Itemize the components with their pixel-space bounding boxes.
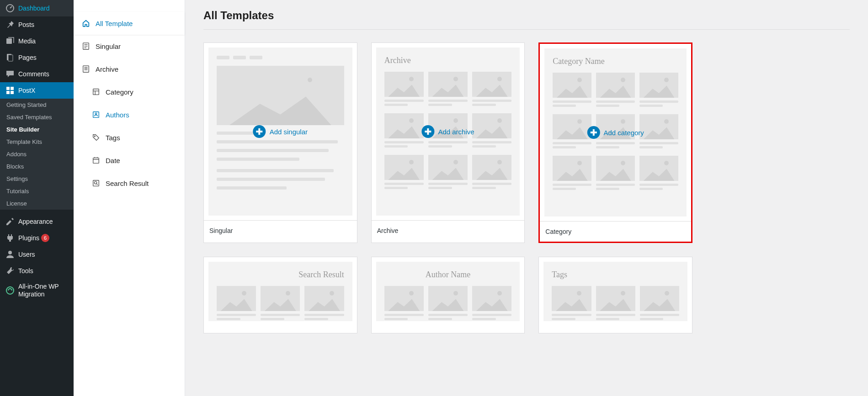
submenu-license[interactable]: License: [0, 197, 74, 210]
submenu-blocks[interactable]: Blocks: [0, 160, 74, 173]
sidebar-item-label: All Template: [96, 20, 133, 27]
media-icon: [5, 37, 15, 46]
submenu-addons[interactable]: Addons: [0, 148, 74, 160]
menu-label: Dashboard: [18, 5, 50, 12]
template-label: Archive: [372, 220, 525, 241]
migration-icon: [5, 286, 15, 295]
add-label: Add archive: [438, 128, 474, 136]
submenu-getting-started[interactable]: Getting Started: [0, 99, 74, 111]
template-preview: Add singular: [208, 48, 352, 216]
svg-rect-1: [6, 38, 12, 44]
add-label: Add category: [603, 129, 644, 137]
submenu-tutorials[interactable]: Tutorials: [0, 185, 74, 197]
sidebar-item-archive[interactable]: Archive: [74, 58, 185, 80]
menu-label: Appearance: [18, 218, 53, 225]
template-card-tags: Tags: [538, 257, 692, 333]
sidebar-item-category[interactable]: Category: [74, 80, 185, 103]
menu-label: Pages: [18, 54, 37, 61]
pages-icon: [5, 53, 15, 62]
menu-plugins[interactable]: Plugins 6: [0, 230, 74, 246]
plus-circle-icon: [587, 126, 600, 139]
sidebar-item-label: Search Result: [106, 180, 149, 187]
sidebar-item-label: Tags: [106, 134, 120, 142]
add-singular-button[interactable]: Add singular: [253, 125, 308, 138]
menu-appearance[interactable]: Appearance: [0, 213, 74, 230]
menu-comments[interactable]: Comments: [0, 66, 74, 82]
svg-point-8: [8, 251, 12, 254]
preview-header: Search Result: [217, 270, 344, 280]
sidebar-item-singular[interactable]: Singular: [74, 35, 185, 58]
svg-rect-3: [8, 55, 13, 61]
dashboard-icon: [5, 4, 15, 13]
pin-icon: [5, 20, 15, 29]
sidebar-item-tags[interactable]: Tags: [74, 126, 185, 149]
templates-grid: Add singular Singular Archive: [203, 42, 692, 333]
home-icon: [82, 19, 90, 27]
sidebar-item-authors[interactable]: Authors: [74, 103, 185, 126]
template-preview: Tags: [543, 262, 687, 321]
template-card-search-result: Search Result: [203, 257, 357, 333]
preview-header: Tags: [552, 270, 679, 280]
template-preview: Author Name: [376, 262, 520, 321]
template-card-singular: Add singular Singular: [203, 42, 357, 243]
menu-label: Posts: [18, 21, 34, 28]
menu-label: Media: [18, 37, 36, 45]
menu-label: PostX: [18, 87, 35, 94]
sidebar-item-date[interactable]: Date: [74, 149, 185, 172]
submenu-saved-templates[interactable]: Saved Templates: [0, 111, 74, 123]
template-preview: Archive Add archive: [376, 48, 520, 216]
builder-sidebar: All Template Singular Archive Category A…: [74, 0, 185, 396]
sidebar-item-search-result[interactable]: Search Result: [74, 172, 185, 195]
date-icon: [92, 156, 100, 164]
submenu-site-builder[interactable]: Site Builder: [0, 123, 74, 136]
wp-admin-sidebar: Dashboard Posts Media Pages Comments Pos…: [0, 0, 74, 396]
appearance-icon: [5, 217, 15, 226]
svg-rect-4: [6, 87, 10, 90]
menu-postx[interactable]: PostX: [0, 82, 74, 99]
plugins-badge: 6: [41, 234, 49, 242]
svg-rect-28: [93, 180, 99, 186]
sidebar-item-label: Date: [106, 157, 120, 164]
tags-icon: [92, 133, 100, 142]
menu-posts[interactable]: Posts: [0, 16, 74, 33]
svg-rect-14: [83, 66, 89, 72]
authors-icon: [92, 111, 100, 119]
menu-label: Users: [18, 251, 35, 258]
sidebar-item-label: Authors: [106, 111, 129, 119]
tools-icon: [5, 266, 15, 275]
template-label: Category: [540, 221, 691, 242]
main-content: All Templates Add singular Singular: [185, 0, 868, 396]
menu-dashboard[interactable]: Dashboard: [0, 0, 74, 16]
svg-rect-5: [11, 87, 14, 90]
submenu-settings[interactable]: Settings: [0, 173, 74, 185]
menu-media[interactable]: Media: [0, 33, 74, 49]
submenu-template-kits[interactable]: Template Kits: [0, 136, 74, 148]
template-preview: Search Result: [208, 262, 352, 321]
category-icon: [92, 88, 100, 96]
template-card-category: Category Name Add category Cate: [538, 42, 692, 243]
sidebar-item-label: Category: [106, 88, 133, 96]
menu-tools[interactable]: Tools: [0, 263, 74, 279]
document-icon: [82, 42, 90, 50]
template-card-archive: Archive Add archive Archive: [371, 42, 525, 243]
add-label: Add singular: [270, 128, 308, 136]
preview-header: Author Name: [384, 270, 512, 280]
postx-submenu: Getting Started Saved Templates Site Bui…: [0, 99, 74, 210]
add-category-button[interactable]: Add category: [587, 126, 644, 139]
template-card-author: Author Name: [371, 257, 525, 333]
comments-icon: [5, 69, 15, 79]
postx-icon: [5, 86, 15, 95]
sidebar-item-all-template[interactable]: All Template: [74, 12, 185, 35]
archive-icon: [82, 65, 90, 73]
svg-rect-18: [93, 89, 99, 95]
search-result-icon: [92, 179, 100, 187]
menu-users[interactable]: Users: [0, 246, 74, 263]
menu-label: Comments: [18, 70, 49, 78]
menu-label: Plugins: [18, 234, 39, 242]
menu-pages[interactable]: Pages: [0, 49, 74, 66]
users-icon: [5, 250, 15, 259]
menu-aiowpm[interactable]: All-in-One WP Migration: [0, 279, 74, 302]
menu-label: All-in-One WP Migration: [18, 283, 68, 298]
add-archive-button[interactable]: Add archive: [421, 125, 474, 138]
preview-header: Archive: [384, 56, 512, 65]
